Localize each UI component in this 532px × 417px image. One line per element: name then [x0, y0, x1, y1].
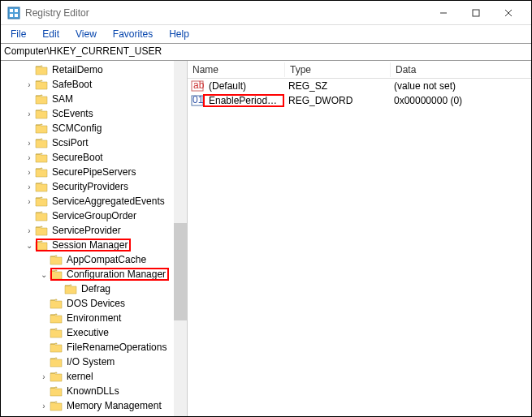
tree-label[interactable]: RetailDemo [50, 64, 105, 75]
col-header-data[interactable]: Data [391, 62, 531, 77]
maximize-button[interactable] [460, 1, 492, 25]
tree-label[interactable]: ServiceAggregatedEvents [50, 196, 167, 207]
tree-label[interactable]: SecurePipeServers [50, 166, 137, 178]
folder-icon [50, 298, 63, 309]
tree-item[interactable]: SAM [1, 92, 187, 106]
expand-toggle[interactable]: › [38, 372, 50, 381]
minimize-button[interactable] [427, 1, 460, 25]
expand-toggle[interactable]: ⌄ [24, 241, 35, 250]
address-bar[interactable]: Computer\HKEY_CURRENT_USER [1, 43, 531, 61]
expand-toggle[interactable]: › [38, 402, 50, 411]
tree-label[interactable]: SafeBoot [50, 79, 93, 90]
expand-toggle[interactable]: › [24, 197, 35, 206]
tree-item[interactable]: KnownDLLs [1, 384, 187, 398]
tree-item[interactable]: Environment [1, 311, 187, 325]
tree-item[interactable]: ›ScsiPort [1, 135, 187, 150]
expand-toggle[interactable]: › [24, 80, 35, 89]
col-header-type[interactable]: Type [285, 62, 391, 77]
tree-item[interactable]: DOS Devices [1, 296, 187, 311]
folder-icon [35, 152, 48, 163]
tree-item[interactable]: ›SafeBoot [1, 77, 187, 92]
tree-label[interactable]: Memory Management [65, 400, 163, 411]
menu-view[interactable]: View [69, 27, 103, 41]
svg-rect-2 [15, 9, 18, 12]
expand-toggle[interactable]: › [24, 153, 35, 162]
tree-scroll-thumb[interactable] [174, 223, 187, 320]
folder-icon [35, 181, 48, 192]
tree-item[interactable]: ›SecurePipeServers [1, 165, 187, 179]
titlebar: Registry Editor [1, 1, 531, 25]
menu-favorites[interactable]: Favorites [106, 27, 159, 41]
tree-item[interactable]: ›Memory Management [1, 398, 187, 413]
expand-toggle[interactable]: › [24, 110, 35, 118]
tree-item[interactable]: ServiceGroupOrder [1, 208, 187, 223]
folder-icon [64, 283, 77, 294]
folder-icon [50, 356, 63, 368]
tree-label[interactable]: KnownDLLs [65, 385, 121, 397]
list-header: Name Type Data [188, 61, 531, 79]
tree-label[interactable]: ServiceProvider [50, 225, 123, 236]
tree-item[interactable]: ›SecurityProviders [1, 179, 187, 194]
tree-label[interactable]: SCMConfig [50, 123, 103, 134]
tree-item[interactable]: ›ScEvents [1, 106, 187, 121]
tree-label[interactable]: Session Manager [50, 239, 129, 251]
tree-label[interactable]: Executive [65, 327, 110, 338]
menu-file[interactable]: File [4, 27, 32, 41]
tree-label[interactable]: SecurityProviders [50, 181, 130, 192]
tree-label[interactable]: AppCompatCache [65, 254, 148, 265]
folder-icon [50, 254, 63, 265]
tree-item[interactable]: FileRenameOperations [1, 340, 187, 355]
list-row[interactable]: ab(Default)REG_SZ(value not set) [188, 79, 531, 93]
expand-toggle[interactable]: › [24, 183, 35, 191]
tree-label[interactable]: Configuration Manager [65, 269, 167, 280]
tree-item[interactable]: Executive [1, 325, 187, 340]
tree-label[interactable]: FileRenameOperations [65, 342, 168, 353]
tree-label[interactable]: Defrag [80, 283, 112, 294]
expand-toggle[interactable]: › [24, 226, 35, 235]
tree-item[interactable]: ⌄Configuration Manager [1, 267, 187, 282]
value-type: REG_DWORD [283, 95, 389, 106]
tree-item[interactable]: ›ServiceProvider [1, 223, 187, 238]
tree-label[interactable]: ScsiPort [50, 137, 90, 148]
tree-label[interactable]: Environment [65, 312, 123, 324]
close-button[interactable] [492, 1, 525, 25]
expand-toggle[interactable]: › [24, 139, 35, 148]
window-title: Registry Editor [25, 7, 427, 19]
app-icon [7, 6, 20, 19]
tree-item[interactable]: ⌄Session Manager [1, 238, 187, 252]
svg-text:ab: ab [193, 80, 204, 91]
folder-icon [50, 371, 63, 382]
tree-label[interactable]: ServiceGroupOrder [50, 210, 138, 221]
tree-scrollbar[interactable] [174, 61, 187, 416]
expand-toggle[interactable]: › [24, 168, 35, 177]
tree-label[interactable]: I/O System [65, 356, 116, 368]
tree-label[interactable]: SecureBoot [50, 152, 105, 163]
folder-icon [50, 400, 63, 411]
svg-rect-1 [10, 9, 13, 12]
folder-icon [35, 225, 48, 236]
tree-label[interactable]: ScEvents [50, 108, 95, 119]
tree-pane: RetailDemo›SafeBootSAM›ScEventsSCMConfig… [1, 61, 188, 416]
menubar: File Edit View Favorites Help [1, 25, 531, 43]
folder-icon [35, 93, 48, 105]
menu-edit[interactable]: Edit [36, 27, 66, 41]
col-header-name[interactable]: Name [188, 62, 285, 77]
tree-item[interactable]: AppCompatCache [1, 252, 187, 267]
tree-label[interactable]: DOS Devices [65, 298, 127, 309]
tree-item[interactable]: ›kernel [1, 369, 187, 384]
tree-item[interactable]: ›SecureBoot [1, 150, 187, 165]
tree-item[interactable]: RetailDemo [1, 62, 187, 77]
menu-help[interactable]: Help [162, 27, 196, 41]
expand-toggle[interactable]: ⌄ [38, 270, 50, 279]
folder-icon [35, 137, 48, 148]
list-row[interactable]: 011EnablePeriodicB...REG_DWORD0x00000000… [188, 93, 531, 108]
tree-item[interactable]: ›ServiceAggregatedEvents [1, 194, 187, 208]
tree-item[interactable]: Defrag [1, 282, 187, 296]
tree-item[interactable]: I/O System [1, 355, 187, 369]
folder-icon [35, 166, 48, 178]
tree-label[interactable]: SAM [50, 93, 75, 105]
tree-item[interactable]: SCMConfig [1, 121, 187, 135]
tree-label[interactable]: kernel [65, 371, 95, 382]
binary-value-icon: 011 [191, 94, 204, 107]
folder-icon [50, 342, 63, 353]
